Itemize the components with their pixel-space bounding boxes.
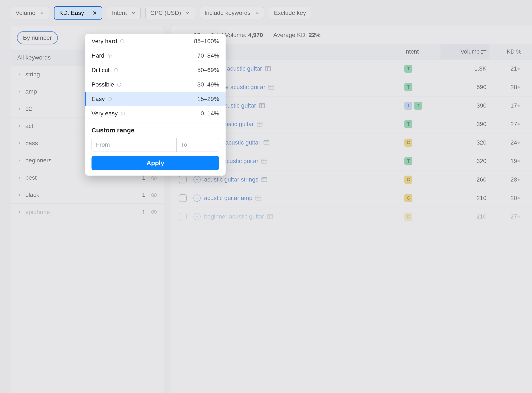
row-checkbox[interactable] xyxy=(179,194,187,202)
kw-group-epiphone[interactable]: epiphone1 xyxy=(11,204,164,221)
filter-intent[interactable]: Intent xyxy=(107,7,141,19)
table-row: beginner acustic guitarC21027• xyxy=(171,207,532,226)
kd-option-label: Very hard xyxy=(91,38,117,45)
intent-badge-t: T xyxy=(404,65,412,73)
filter-kd[interactable]: KD: Easy xyxy=(54,6,102,20)
eye-icon[interactable] xyxy=(151,209,157,215)
row-checkbox[interactable] xyxy=(179,213,187,221)
kd-option-difficult[interactable]: Difficult50–69% xyxy=(85,63,226,77)
row-kd: 27 xyxy=(489,121,517,128)
add-icon[interactable] xyxy=(193,213,201,220)
keyword-link[interactable]: acustic guitar amp xyxy=(204,195,252,201)
svg-rect-8 xyxy=(481,53,483,54)
kd-option-very-easy[interactable]: Very easy0–14% xyxy=(85,106,226,121)
row-kd: 28 xyxy=(489,84,517,91)
serp-icon[interactable] xyxy=(265,66,271,71)
chevron-down-icon xyxy=(185,11,190,15)
table-row: acustic guitar ampC21020• xyxy=(171,189,532,207)
row-volume: 1.3K xyxy=(441,65,489,72)
serp-icon[interactable] xyxy=(261,159,267,164)
filter-include-keywords[interactable]: Include keywords xyxy=(200,7,264,19)
kd-option-very-hard[interactable]: Very hard85–100% xyxy=(85,34,226,49)
info-icon xyxy=(117,83,121,87)
row-kd: 21 xyxy=(489,65,517,72)
row-checkbox[interactable] xyxy=(179,176,187,183)
svg-rect-67 xyxy=(110,99,110,100)
serp-icon[interactable] xyxy=(255,196,261,201)
close-icon[interactable] xyxy=(89,11,97,15)
filter-cpc[interactable]: CPC (USD) xyxy=(145,7,195,19)
serp-icon[interactable] xyxy=(263,140,269,145)
intent-badge-t: T xyxy=(414,102,422,110)
svg-rect-62 xyxy=(116,69,116,69)
svg-rect-51 xyxy=(267,214,273,219)
filter-exclude-keywords[interactable]: Exclude key xyxy=(269,7,311,19)
kd-option-range: 85–100% xyxy=(194,38,219,45)
intent-badges: IT xyxy=(404,102,441,110)
chevron-down-icon xyxy=(255,11,259,15)
stat-avg-kd: Average KD: 22% xyxy=(273,32,321,39)
row-volume: 210 xyxy=(441,195,489,201)
row-volume: 260 xyxy=(441,176,489,183)
info-icon xyxy=(114,68,118,72)
serp-icon[interactable] xyxy=(267,214,273,219)
serp-icon[interactable] xyxy=(268,85,274,90)
kd-option-label: Very easy xyxy=(91,110,118,117)
svg-rect-61 xyxy=(116,70,116,71)
filter-kd-label: KD: Easy xyxy=(59,10,84,16)
chevron-right-icon xyxy=(17,193,21,197)
add-icon[interactable] xyxy=(193,176,201,183)
svg-rect-70 xyxy=(123,113,123,114)
eye-icon[interactable] xyxy=(151,175,157,181)
keyword-link[interactable]: beginner acustic guitar xyxy=(204,213,264,220)
svg-rect-56 xyxy=(122,40,122,41)
add-icon[interactable] xyxy=(193,195,201,202)
kd-option-range: 15–29% xyxy=(197,96,219,103)
intent-badge-c: C xyxy=(404,212,412,221)
filter-intent-label: Intent xyxy=(112,10,127,16)
filter-volume[interactable]: Volume xyxy=(11,7,49,19)
intent-badges: C xyxy=(404,176,441,184)
svg-rect-41 xyxy=(262,177,267,182)
row-kd: 28 xyxy=(489,176,517,183)
kd-dropdown: Very hard85–100%Hard70–84%Difficult50–69… xyxy=(85,34,226,176)
eye-icon[interactable] xyxy=(151,192,157,198)
kd-option-hard[interactable]: Hard70–84% xyxy=(85,49,226,63)
custom-range-inputs xyxy=(91,138,219,152)
info-icon xyxy=(121,111,125,116)
svg-rect-36 xyxy=(262,159,267,163)
row-volume: 390 xyxy=(441,102,489,109)
custom-range-from[interactable] xyxy=(92,138,177,152)
svg-rect-46 xyxy=(256,196,261,200)
keyword-link[interactable]: acustic guitar strings xyxy=(204,176,258,183)
kd-option-possible[interactable]: Possible30–49% xyxy=(85,77,226,92)
tab-by-number-label: By number xyxy=(23,34,52,41)
info-icon xyxy=(120,39,124,43)
apply-button[interactable]: Apply xyxy=(91,156,219,170)
row-kd: 19 xyxy=(489,158,517,165)
serp-icon[interactable] xyxy=(261,177,267,182)
chevron-right-icon xyxy=(17,124,21,128)
svg-rect-55 xyxy=(122,41,122,42)
all-keywords-label: All keywords xyxy=(17,54,51,61)
svg-rect-21 xyxy=(259,103,265,108)
svg-rect-11 xyxy=(265,67,271,71)
custom-range-to[interactable] xyxy=(177,138,219,152)
col-intent[interactable]: Intent xyxy=(404,49,441,55)
col-kd[interactable]: KD % xyxy=(489,49,523,55)
kw-group-black[interactable]: black1 xyxy=(11,187,164,204)
filters-row: Volume KD: Easy Intent CPC (USD) Include… xyxy=(0,0,532,26)
svg-rect-58 xyxy=(109,55,110,57)
row-kd: 17 xyxy=(489,102,517,109)
col-volume[interactable]: Volume xyxy=(441,44,489,59)
svg-rect-26 xyxy=(257,122,262,126)
kd-option-easy[interactable]: Easy15–29% xyxy=(85,92,226,106)
info-icon xyxy=(108,97,112,101)
tab-by-number[interactable]: By number xyxy=(17,31,58,44)
serp-icon[interactable] xyxy=(257,122,263,127)
row-volume: 390 xyxy=(441,121,489,128)
filter-exclude-label: Exclude key xyxy=(274,10,306,16)
filter-volume-label: Volume xyxy=(15,10,35,16)
row-volume: 590 xyxy=(441,84,489,91)
serp-icon[interactable] xyxy=(259,103,265,108)
